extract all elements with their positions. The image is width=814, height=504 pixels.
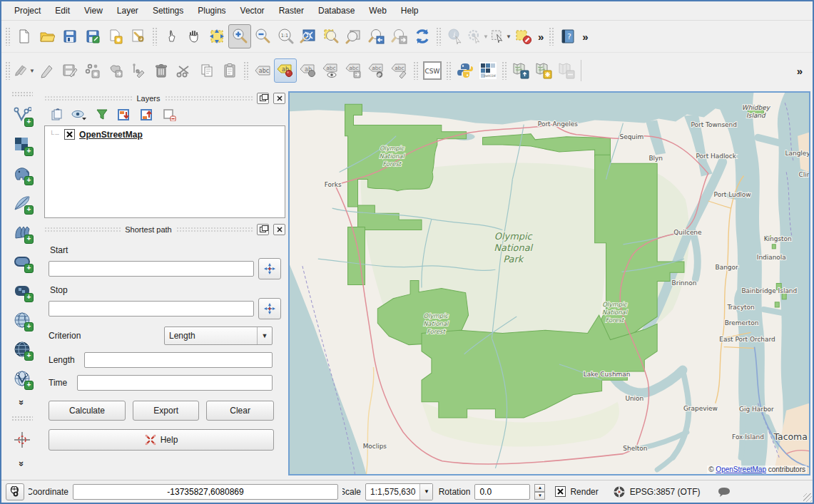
expand-all-button[interactable] [117,108,131,121]
layer-tree-item[interactable]: └┄ OpenStreetMap [45,126,285,141]
zoom-full-button[interactable] [297,24,320,48]
toolbar-handle[interactable] [446,61,452,80]
capture-start-button[interactable] [258,258,281,279]
help-contents-button[interactable]: ? [556,24,579,48]
resize-grip[interactable] [803,493,812,502]
coordinate-input[interactable] [73,484,338,500]
export-button[interactable]: Export [133,401,199,421]
stop-input[interactable] [49,301,254,317]
touch-zoom-button[interactable] [160,24,183,48]
menu-vector[interactable]: Vector [233,3,272,19]
toolbar-overflow-button[interactable]: » [794,65,805,77]
atlas-first-button[interactable] [509,58,532,83]
layer-name[interactable]: OpenStreetMap [79,130,143,140]
add-raster-layer-button[interactable]: + [11,134,34,155]
manage-themes-button[interactable] [71,108,87,121]
copy-features-button[interactable] [195,58,218,83]
close-panel-button[interactable] [273,224,285,235]
label-properties-button[interactable]: abc [388,58,411,83]
zoom-out-button[interactable] [251,24,274,48]
add-wms-layer-button[interactable]: + [11,309,34,331]
save-edits-button[interactable] [58,58,81,83]
layer-visibility-checkbox[interactable] [64,129,75,140]
rail-overflow-chevron[interactable]: » [16,400,27,405]
label-pin-gray-button[interactable]: ab [297,58,320,83]
zoom-to-layer-button[interactable] [342,24,365,48]
zoom-last-button[interactable] [365,24,388,48]
toolbar-handle[interactable] [152,27,158,46]
time-output[interactable] [77,375,273,391]
menu-edit[interactable]: Edit [48,3,77,19]
zoom-full-extent-button[interactable] [205,24,228,48]
label-options-button[interactable]: abc [251,58,274,83]
python-console-button[interactable] [454,58,477,83]
identify-button[interactable]: i [444,24,467,48]
menu-settings[interactable]: Settings [146,3,190,19]
move-feature-button[interactable] [104,58,127,83]
toggle-editing-button[interactable] [36,58,58,83]
map-canvas[interactable]: Port Angeles Sequim Blyn Port Townsend P… [288,91,810,475]
zoom-native-button[interactable]: 1:1 [274,24,297,48]
menu-database[interactable]: Database [311,3,362,19]
collapse-all-button[interactable] [140,108,154,121]
menu-raster[interactable]: Raster [272,3,311,19]
float-panel-button[interactable] [257,224,269,235]
menu-layer[interactable]: Layer [110,3,146,19]
toolbar-handle[interactable] [11,91,33,97]
filter-legend-button[interactable] [96,108,108,121]
add-oracle-layer-button[interactable]: + [11,251,34,272]
menu-web[interactable]: Web [362,3,393,19]
rotation-input[interactable] [474,484,530,500]
chevron-down-icon[interactable]: ▼ [257,327,272,344]
atlas-settings-button[interactable] [532,58,555,83]
save-project-as-button[interactable] [81,24,104,48]
paste-features-button[interactable] [218,58,241,83]
menu-plugins[interactable]: Plugins [190,3,233,19]
extent-tracking-button[interactable] [6,483,24,500]
toolbar-handle[interactable] [11,416,33,421]
calculate-button[interactable]: Calculate [49,401,126,421]
capture-stop-button[interactable] [258,298,281,319]
toolbar-overflow-button[interactable]: » [579,31,591,43]
chevron-down-icon[interactable]: ▼ [419,484,432,500]
add-feature-button[interactable] [81,58,104,83]
refresh-button[interactable] [411,24,434,48]
add-georaster-layer-button[interactable]: + [11,280,34,302]
toolbar-handle[interactable] [5,27,11,46]
add-mssql-layer-button[interactable]: + [11,222,34,243]
float-panel-button[interactable] [257,93,269,104]
pan-map-button[interactable] [183,24,205,48]
delete-selected-button[interactable] [150,58,173,83]
label-visibility-button[interactable]: abc [320,58,342,83]
current-edits-button[interactable]: ▼ [13,58,36,83]
toolbar-handle[interactable] [502,61,507,80]
label-pin-button[interactable]: ab [274,58,297,83]
atlas-export-button[interactable] [555,58,578,83]
attribution-link[interactable]: OpenStreetMap [716,466,766,473]
composer-manager-button[interactable] [127,24,150,48]
netcdf-button[interactable]: netCDF [477,58,499,83]
deselect-features-button[interactable] [512,24,535,48]
label-move-button[interactable]: abc [342,58,365,83]
zoom-in-button[interactable] [228,24,251,48]
menu-view[interactable]: View [77,3,110,19]
open-project-button[interactable] [36,24,58,48]
new-project-button[interactable] [13,24,36,48]
feature-action-button[interactable]: ▼ [467,24,489,48]
layer-styling-button[interactable] [50,108,63,121]
add-postgis-layer-button[interactable]: + [11,163,34,185]
toolbar-handle[interactable] [5,61,11,80]
add-spatialite-layer-button[interactable]: + [11,192,34,214]
select-features-button[interactable]: ▼ [489,24,512,48]
zoom-to-selection-button[interactable] [320,24,342,48]
scale-select[interactable]: 1:1,575,630 ▼ [365,483,433,500]
toolbar-handle[interactable] [436,27,442,46]
cut-features-button[interactable] [173,58,195,83]
remove-layer-button[interactable] [163,108,177,121]
toolbar-handle[interactable] [243,61,249,80]
zoom-next-button[interactable] [388,24,411,48]
add-vector-layer-button[interactable]: + [11,105,34,126]
help-button[interactable]: Help [49,429,274,451]
toolbar-overflow-button[interactable]: » [535,31,546,43]
layer-tree[interactable]: └┄ OpenStreetMap [44,125,285,218]
